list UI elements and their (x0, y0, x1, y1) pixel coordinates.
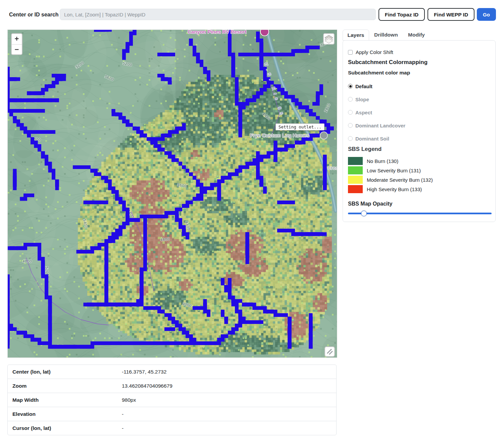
info-row: Cursor (lon, lat)- (8, 421, 336, 435)
zoom-in-button[interactable]: + (12, 34, 22, 44)
legend-swatch (348, 157, 363, 165)
colormapping-heading: Subcatchment Colormapping (348, 59, 427, 66)
legend-swatch (348, 185, 363, 193)
map-poi-label: Canyon Pines RV Resort (188, 30, 247, 35)
tab-layers[interactable]: Layers (343, 30, 369, 41)
setting-outlet-tooltip: Setting outlet... (275, 123, 324, 130)
colormap-option-label: Default (355, 84, 372, 89)
info-row: Zoom13.462084704096679 (8, 379, 336, 393)
search-input[interactable] (60, 9, 376, 20)
legend-row: Low Severity Burn (131) (348, 166, 421, 174)
map-resize-handle[interactable] (324, 346, 335, 357)
find-topaz-button[interactable]: Find Topaz ID (379, 8, 425, 21)
legend-label: Moderate Severity Burn (132) (367, 177, 433, 183)
info-row-label: Map Width (8, 397, 122, 403)
zoom-out-button[interactable]: − (12, 45, 22, 55)
colormap-radio[interactable] (348, 110, 353, 115)
colormap-subheading: Subcatchment color map (348, 70, 410, 76)
sbs-opacity-slider[interactable] (348, 213, 492, 214)
info-row: Map Width980px (8, 393, 336, 407)
legend-row: No Burn (130) (348, 157, 398, 165)
colormap-option: Dominant Landcover (348, 122, 405, 129)
info-row-label: Center (lon, lat) (8, 369, 122, 375)
go-button[interactable]: Go (477, 8, 496, 21)
colormap-option-label: Slope (355, 97, 369, 102)
legend-label: High Severity Burn (133) (367, 186, 422, 192)
find-wepp-button[interactable]: Find WEPP ID (427, 8, 474, 21)
legend-label: Low Severity Burn (131) (367, 168, 421, 173)
map-poi-label: Frye Custom Log Homes (250, 132, 310, 138)
legend-swatch (348, 176, 363, 184)
info-row-value: 980px (122, 397, 136, 403)
layers-panel: Apply Color Shift Subcatchment Colormapp… (343, 40, 496, 222)
colormap-option-label: Dominant Soil (355, 136, 389, 142)
colormap-option-label: Aspect (355, 110, 372, 115)
layers-control-button[interactable] (323, 33, 335, 45)
sbs-opacity-heading: SBS Map Opacity (348, 201, 392, 207)
legend-row: Moderate Severity Burn (132) (348, 176, 433, 184)
info-row-label: Zoom (8, 383, 122, 389)
colormap-radio[interactable] (348, 123, 353, 128)
sbs-opacity-thumb[interactable] (361, 211, 367, 216)
colormap-radio[interactable] (348, 136, 353, 141)
map-poi-label: Cross (327, 165, 337, 171)
legend-label: No Burn (130) (367, 158, 398, 164)
tab-drilldown[interactable]: Drilldown (374, 30, 398, 40)
info-row: Elevation- (8, 407, 336, 421)
colormap-option: Default (348, 83, 372, 90)
info-row-value: - (122, 425, 123, 431)
apply-color-shift-checkbox[interactable] (348, 50, 353, 55)
colormap-option: Slope (348, 96, 369, 103)
resize-icon (325, 347, 334, 356)
layers-icon (324, 34, 334, 44)
tab-modify[interactable]: Modify (408, 30, 425, 40)
info-row-value: -116.3757, 45.2732 (122, 369, 166, 375)
legend-swatch (348, 166, 363, 174)
colormap-option: Aspect (348, 109, 372, 116)
sbs-legend-heading: SBS Legend (348, 146, 382, 153)
colormap-option-label: Dominant Landcover (355, 123, 405, 128)
info-row-label: Cursor (lon, lat) (8, 425, 122, 431)
map-canvas[interactable] (8, 30, 337, 357)
info-row: Center (lon, lat)-116.3757, 45.2732 (8, 365, 336, 379)
colormap-radio[interactable] (348, 97, 353, 102)
colormap-radio[interactable] (348, 84, 353, 89)
search-label: Center or ID search (9, 12, 59, 18)
map-viewport[interactable]: Canyon Pines RV ResortFrye Custom Log Ho… (7, 30, 337, 358)
info-row-label: Elevation (8, 411, 122, 417)
info-row-value: 13.462084704096679 (122, 383, 172, 389)
info-row-value: - (122, 411, 123, 417)
frye-poi-icon (320, 131, 328, 140)
legend-row: High Severity Burn (133) (348, 185, 422, 193)
apply-color-shift-label: Apply Color Shift (356, 49, 393, 55)
map-info-table: Center (lon, lat)-116.3757, 45.2732Zoom1… (7, 365, 337, 435)
colormap-option: Dominant Soil (348, 135, 389, 142)
zoom-control: + − (11, 33, 22, 55)
weppcloud-page: { "topbar": { "label": "Center or ID sea… (0, 0, 504, 444)
